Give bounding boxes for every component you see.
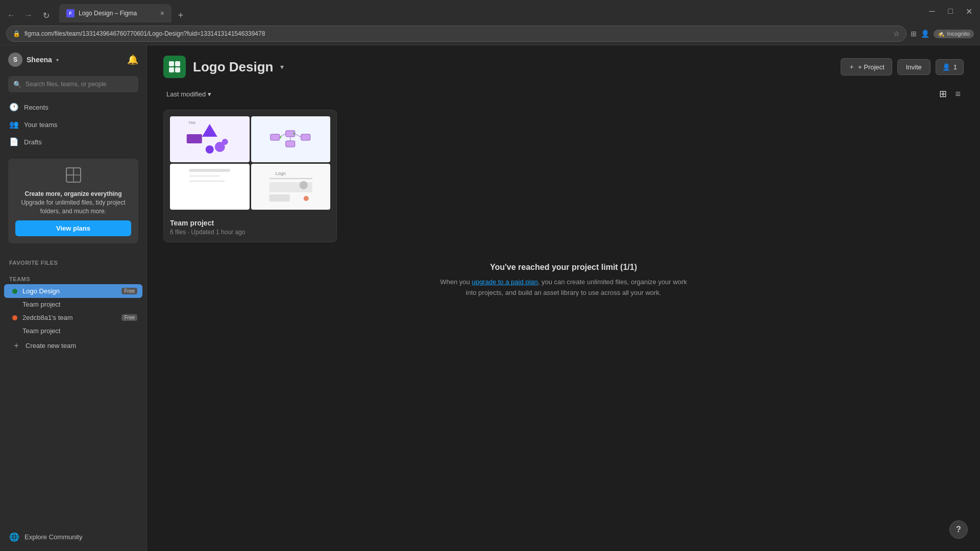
drafts-label: Drafts [24,138,42,146]
filter-left: Last modified ▾ [163,88,214,100]
svg-rect-19 [285,141,295,147]
team-badge-logo-design: Free [121,288,137,294]
projects-grid: Title [147,110,980,242]
svg-rect-33 [269,194,289,202]
svg-point-13 [222,139,228,145]
sidebar-item-recents[interactable]: 🕐 Recents [4,98,142,116]
avatar: S [8,53,22,67]
invite-button[interactable]: Invite [897,59,930,75]
sidebar-nav: 🕐 Recents 👥 Your teams 📄 Drafts [0,98,146,151]
preview-thumb-1: Title [170,116,250,162]
sidebar: S Sheena ▾ 🔔 🔍 Search files, teams, or p… [0,45,147,551]
svg-rect-4 [169,61,174,66]
team-name-2edcb8a1: 2edcb8a1's team [22,314,73,321]
team-name-logo-design: Logo Design [22,287,60,295]
limit-title: You've reached your project limit (1/1) [163,263,964,272]
header-actions: ＋ + Project Invite 👤 1 [841,58,964,76]
team-badge-2edcb8a1: Free [121,314,137,321]
back-button[interactable]: ← [4,8,18,22]
minimize-button[interactable]: ─ [925,4,939,18]
svg-rect-6 [169,67,174,72]
preview-thumb-2 [251,116,331,162]
add-project-button[interactable]: ＋ + Project [841,58,892,76]
project-title: Logo Design ▾ [163,56,284,78]
add-project-label: + Project [858,63,885,71]
help-button[interactable]: ? [949,520,968,539]
sidebar-team-2edcb8a1[interactable]: 2edcb8a1's team Free [4,311,142,324]
svg-rect-9 [187,134,202,143]
project-card-name: Team project [170,219,330,227]
profile-icon: 👤 [921,30,929,38]
limit-desc-before: When you [440,278,472,286]
sort-chevron-icon: ▾ [208,90,211,98]
sort-label: Last modified [166,90,206,98]
upgrade-icon [15,166,131,186]
close-window-button[interactable]: ✕ [962,4,976,18]
sort-button[interactable]: Last modified ▾ [163,88,214,100]
search-icon: 🔍 [13,81,21,88]
upgrade-link[interactable]: upgrade to a paid plan [472,278,537,286]
card-preview: Title [164,110,336,214]
list-icon: ≡ [955,89,961,99]
sidebar-item-drafts[interactable]: 📄 Drafts [4,133,142,151]
team-dot-2edcb8a1 [12,315,17,320]
svg-point-12 [206,145,214,154]
svg-text:Logo: Logo [275,171,285,176]
svg-rect-7 [175,67,180,72]
community-icon: 🌐 [9,532,19,542]
svg-rect-1 [66,168,74,175]
limit-description: When you upgrade to a paid plan, you can… [436,277,691,298]
bookmark-icon[interactable]: ☆ [893,30,900,38]
svg-rect-5 [175,61,180,66]
main-header: Logo Design ▾ ＋ + Project Invite 👤 1 [147,45,980,86]
incognito-icon: 🕵 [938,31,945,37]
user-menu[interactable]: S Sheena ▾ [8,53,59,67]
active-tab[interactable]: F Logo Design – Figma × [59,4,172,22]
new-tab-button[interactable]: + [174,8,188,22]
browser-chrome: ← → ↻ F Logo Design – Figma × + ─ □ ✕ 🔒 … [0,0,980,45]
drafts-icon: 📄 [9,137,19,146]
recents-label: Recents [24,104,48,111]
username: Sheena [27,56,52,64]
your-teams-icon: 👥 [9,120,19,129]
restore-button[interactable]: □ [943,4,958,18]
project-chevron-icon[interactable]: ▾ [280,63,284,71]
tab-close-icon[interactable]: × [160,9,164,17]
recents-icon: 🕐 [9,103,19,112]
svg-rect-26 [189,169,230,172]
project-icon [163,56,186,78]
address-bar[interactable]: 🔒 figma.com/files/team/13314396467607706… [6,26,906,42]
refresh-button[interactable]: ↻ [39,8,53,22]
members-button[interactable]: 👤 1 [936,59,964,75]
view-toggle: ⊞ ≡ [936,86,964,102]
sidebar-item-your-teams[interactable]: 👥 Your teams [4,116,142,133]
explore-community[interactable]: 🌐 Explore Community [4,528,142,546]
svg-rect-27 [189,175,220,177]
list-view-button[interactable]: ≡ [952,86,964,102]
favorite-files-section: Favorite files [0,256,146,268]
project-name: Logo Design [193,59,273,75]
grid-view-button[interactable]: ⊞ [936,86,950,102]
user-chevron-icon: ▾ [56,57,59,63]
notifications-icon[interactable]: 🔔 [127,54,138,65]
project-card-team-project[interactable]: Title [163,110,337,242]
search-bar[interactable]: 🔍 Search files, teams, or people [8,76,138,92]
create-new-team[interactable]: ＋ Create new team [4,337,142,354]
sidebar-team-logo-design[interactable]: Logo Design Free [4,284,142,298]
your-teams-label: Your teams [24,121,57,129]
address-url: figma.com/files/team/1331439646760770601… [24,30,889,37]
forward-button[interactable]: → [21,8,36,22]
grid-icon: ⊞ [939,89,947,99]
upgrade-description: Create more, organize everything Upgrade… [15,190,131,215]
sidebar-subitem-team-project-2[interactable]: Team project [4,324,142,337]
preview-thumb-4: Logo [251,164,331,210]
tab-favicon: F [66,9,75,17]
svg-text:Title: Title [188,120,196,125]
sidebar-subitem-team-project-1[interactable]: Team project [4,298,142,311]
team-dot-logo-design [12,289,17,294]
incognito-badge: 🕵 Incognito [934,30,974,38]
view-plans-button[interactable]: View plans [15,220,131,236]
members-count: 1 [953,63,957,71]
preview-thumb-3 [170,164,250,210]
add-project-icon: ＋ [848,62,855,71]
